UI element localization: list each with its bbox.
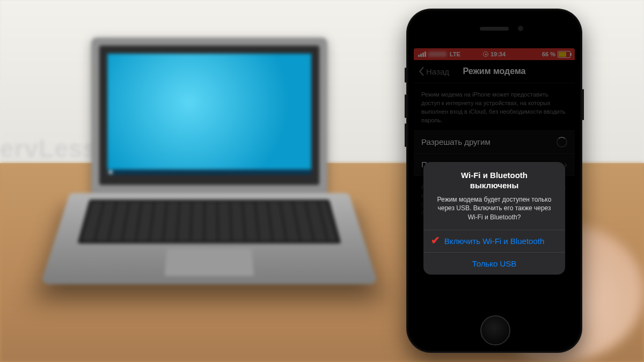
volume-up xyxy=(405,94,406,118)
iphone-device: LTE 19:34 66 % Назад Режим модема Режим … xyxy=(406,9,582,353)
mute-switch xyxy=(405,68,406,83)
check-annotation-icon: ✔ xyxy=(431,234,440,247)
alert-dialog: Wi-Fi и Bluetooth выключены Режим модема… xyxy=(423,162,565,275)
earpiece xyxy=(480,27,509,31)
laptop-trackpad xyxy=(165,249,254,276)
enable-wifi-bluetooth-button[interactable]: ✔ Включить Wi-Fi и Bluetooth xyxy=(423,230,565,252)
laptop-taskbar xyxy=(107,169,311,175)
home-button[interactable] xyxy=(480,315,510,345)
alert-title-line2: выключены xyxy=(433,181,555,191)
photo-scene: ervLesson LTE 19:34 xyxy=(0,0,644,362)
alert-secondary-label: Только USB xyxy=(472,259,517,268)
iphone-screen: LTE 19:34 66 % Назад Режим модема Режим … xyxy=(414,48,575,315)
power-button xyxy=(582,89,584,120)
laptop-screen xyxy=(107,54,311,174)
front-camera xyxy=(518,26,523,31)
alert-primary-label: Включить Wi-Fi и Bluetooth xyxy=(444,237,545,246)
alert-message: Режим модема будет доступен только через… xyxy=(423,193,565,230)
laptop-keyboard xyxy=(77,200,341,243)
usb-only-button[interactable]: Только USB xyxy=(423,252,565,275)
laptop xyxy=(70,38,349,316)
alert-title-line1: Wi-Fi и Bluetooth xyxy=(433,171,555,181)
volume-down xyxy=(405,123,406,147)
laptop-base xyxy=(40,193,378,284)
